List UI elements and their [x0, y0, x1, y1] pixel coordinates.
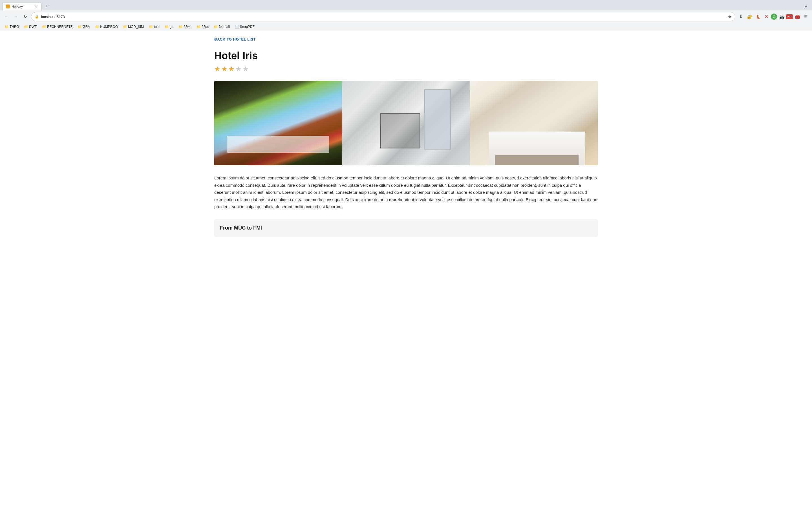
bookmark-label: DWT — [29, 25, 37, 29]
address-text: localhost:5173 — [41, 15, 725, 19]
tab-title: Holiday — [11, 4, 32, 8]
bookmark-label: git — [170, 25, 173, 29]
tab-bar: Holiday ✕ + ≡ — [0, 0, 812, 10]
folder-icon: 📁 — [165, 25, 168, 29]
folder-icon: 📁 — [179, 25, 183, 29]
bookmark-22ss[interactable]: 📁 22ss — [194, 24, 211, 30]
forward-button[interactable]: → — [12, 13, 20, 20]
bookmark-label: football — [219, 25, 230, 29]
star-3: ★ — [229, 65, 235, 73]
address-bar[interactable]: 🔒 localhost:5173 ★ — [31, 12, 735, 21]
flight-section-title: From MUC to FMI — [220, 225, 592, 231]
forward-icon: → — [14, 14, 18, 19]
back-to-list-link[interactable]: BACK TO HOTEL LIST — [214, 37, 256, 41]
toolbar-actions: ⬇ 🔐 👢 ✕ ☑ 📷 OFF 🧰 ☰ — [737, 13, 810, 20]
bookmark-gra[interactable]: 📁 GRA — [75, 24, 92, 30]
tab-close-button[interactable]: ✕ — [34, 4, 38, 9]
folder-icon: 📁 — [78, 25, 82, 29]
bookmark-label: 22ws — [184, 25, 192, 29]
bookmark-star-button[interactable]: ★ — [728, 14, 732, 19]
hotel-name: Hotel Iris — [214, 50, 598, 62]
bookmark-label: NUMPROG — [100, 25, 118, 29]
extension-off-badge[interactable]: OFF — [786, 14, 793, 19]
flight-section: From MUC to FMI — [214, 219, 598, 237]
hotel-description: Lorem ipsum dolor sit amet, consectetur … — [214, 174, 598, 210]
bookmark-label: THEO — [10, 25, 19, 29]
star-rating: ★ ★ ★ ★ ★ — [214, 65, 598, 73]
bookmark-rechnernetz[interactable]: 📁 RECHNERNETZ — [40, 24, 75, 30]
extension-password-button[interactable]: 🔐 — [746, 13, 753, 20]
security-icon: 🔒 — [35, 15, 39, 18]
folder-icon: 📁 — [214, 25, 218, 29]
extension-x-button[interactable]: ✕ — [762, 13, 770, 20]
folder-icon: 📁 — [149, 25, 153, 29]
browser-menu-button[interactable]: ☰ — [802, 13, 810, 20]
refresh-icon: ↻ — [24, 14, 27, 19]
browser-chrome: Holiday ✕ + ≡ ← → ↻ 🔒 localhost:5173 ★ ⬇… — [0, 0, 812, 31]
bookmark-mod-sim[interactable]: 📁 MOD_SIM — [121, 24, 146, 30]
bookmark-git[interactable]: 📁 git — [162, 24, 175, 30]
folder-icon: 📁 — [24, 25, 28, 29]
hotel-images — [214, 81, 598, 165]
bookmark-label: 22ss — [202, 25, 209, 29]
bookmark-snappdf[interactable]: 📄 SnapPDF — [233, 24, 257, 30]
folder-icon: 📁 — [95, 25, 99, 29]
bookmark-22ws[interactable]: 📁 22ws — [176, 24, 194, 30]
back-icon: ← — [4, 14, 8, 19]
folder-icon: 📁 — [42, 25, 46, 29]
bookmark-dwt[interactable]: 📁 DWT — [22, 24, 39, 30]
folder-icon: 📁 — [197, 25, 200, 29]
bookmark-label: tum — [154, 25, 160, 29]
bookmark-label: MOD_SIM — [128, 25, 144, 29]
hotel-image-outdoor — [214, 81, 342, 165]
bookmark-tum[interactable]: 📁 tum — [147, 24, 162, 30]
refresh-button[interactable]: ↻ — [21, 13, 29, 20]
bookmarks-bar: 📁 THEO 📁 DWT 📁 RECHNERNETZ 📁 GRA 📁 NUMPR… — [0, 23, 812, 31]
folder-icon: 📁 — [4, 25, 8, 29]
more-tabs-button[interactable]: ≡ — [802, 3, 810, 10]
extensions-menu-button[interactable]: 🧰 — [794, 13, 801, 20]
page-content: BACK TO HOTEL LIST Hotel Iris ★ ★ ★ ★ ★ … — [209, 31, 603, 242]
bookmark-label: RECHNERNETZ — [47, 25, 73, 29]
bookmark-label: SnapPDF — [240, 25, 255, 29]
hotel-image-interior — [342, 81, 470, 165]
star-4: ★ — [236, 65, 242, 73]
extension-shield-button[interactable]: ☑ — [771, 13, 777, 20]
new-tab-button[interactable]: + — [43, 3, 51, 10]
star-1: ★ — [214, 65, 220, 73]
folder-icon: 📁 — [123, 25, 127, 29]
star-5: ★ — [243, 65, 249, 73]
extension-eyedropper-button[interactable]: 👢 — [754, 13, 762, 20]
tab-favicon — [6, 4, 10, 8]
browser-toolbar: ← → ↻ 🔒 localhost:5173 ★ ⬇ 🔐 👢 ✕ ☑ 📷 OFF… — [0, 10, 812, 23]
active-tab[interactable]: Holiday ✕ — [2, 2, 42, 10]
bookmark-football[interactable]: 📁 football — [211, 24, 232, 30]
download-button[interactable]: ⬇ — [737, 13, 745, 20]
hotel-image-bedroom — [470, 81, 598, 165]
back-button[interactable]: ← — [2, 13, 10, 20]
star-2: ★ — [221, 65, 227, 73]
bookmark-theo[interactable]: 📁 THEO — [2, 24, 21, 30]
bookmark-numprog[interactable]: 📁 NUMPROG — [93, 24, 120, 30]
document-icon: 📄 — [235, 25, 239, 29]
bookmark-label: GRA — [83, 25, 90, 29]
extension-camera-button[interactable]: 📷 — [777, 13, 785, 20]
